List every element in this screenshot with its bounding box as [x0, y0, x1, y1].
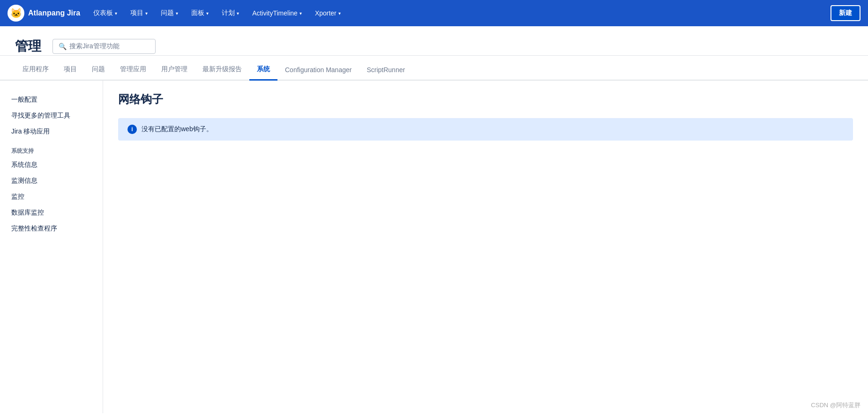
top-navigation: 🐱 Atlanpang Jira 仪表板 ▾ 项目 ▾ 问题 ▾ 面板 ▾ 计划…: [0, 0, 868, 26]
tab-manage-apps[interactable]: 管理应用: [112, 60, 154, 81]
sidebar-item-db-monitor[interactable]: 数据库监控: [0, 205, 103, 221]
sidebar: 一般配置 寻找更多的管理工具 Jira 移动应用 系统支持 系统信息 监测信息 …: [0, 81, 103, 413]
logo-text: Atlanpang Jira: [28, 9, 80, 17]
sidebar-item-system-info[interactable]: 系统信息: [0, 157, 103, 173]
search-icon: 🔍: [59, 43, 67, 50]
admin-title: 管理: [15, 37, 41, 55]
chevron-down-icon: ▾: [115, 11, 117, 16]
tab-issues[interactable]: 问题: [84, 60, 112, 81]
info-banner: i 没有已配置的web钩子。: [118, 118, 853, 141]
nav-item-plan[interactable]: 计划 ▾: [216, 5, 245, 21]
admin-search[interactable]: 🔍 搜索Jira管理功能: [52, 39, 156, 54]
tab-projects[interactable]: 项目: [56, 60, 84, 81]
sidebar-item-more-tools[interactable]: 寻找更多的管理工具: [0, 108, 103, 124]
nav-logo[interactable]: 🐱 Atlanpang Jira: [7, 5, 80, 22]
chevron-down-icon: ▾: [237, 11, 239, 16]
watermark: CSDN @阿特蓝胖: [811, 401, 861, 410]
chevron-down-icon: ▾: [145, 11, 148, 16]
nav-item-xporter[interactable]: Xporter ▾: [309, 6, 346, 21]
page-title: 网络钩子: [118, 92, 853, 107]
tab-upgrade-report[interactable]: 最新升级报告: [195, 60, 249, 81]
chevron-down-icon: ▾: [338, 11, 341, 16]
admin-header: 管理 🔍 搜索Jira管理功能: [0, 26, 868, 56]
nav-item-project[interactable]: 项目 ▾: [125, 5, 153, 21]
info-icon: i: [127, 125, 137, 134]
nav-item-board[interactable]: 面板 ▾: [186, 5, 214, 21]
search-placeholder: 搜索Jira管理功能: [69, 42, 120, 51]
chevron-down-icon: ▾: [176, 11, 178, 16]
sidebar-item-general-config[interactable]: 一般配置: [0, 92, 103, 108]
new-button[interactable]: 新建: [831, 5, 861, 21]
main-content: 网络钩子 i 没有已配置的web钩子。: [103, 81, 868, 413]
nav-item-activitytimeline[interactable]: ActivityTimeline ▾: [247, 6, 307, 21]
sidebar-section-system-support: 系统支持: [0, 140, 103, 157]
sidebar-item-integrity-check[interactable]: 完整性检查程序: [0, 221, 103, 237]
sidebar-item-monitor[interactable]: 监控: [0, 189, 103, 205]
tab-configuration-manager[interactable]: Configuration Manager: [277, 60, 359, 81]
tab-system[interactable]: 系统: [249, 60, 277, 81]
nav-item-dashboard[interactable]: 仪表板 ▾: [88, 5, 123, 21]
tab-user-management[interactable]: 用户管理: [154, 60, 195, 81]
sidebar-item-mobile-app[interactable]: Jira 移动应用: [0, 124, 103, 140]
logo-icon: 🐱: [7, 5, 24, 22]
tab-scriptrunner[interactable]: ScriptRunner: [359, 60, 412, 81]
sidebar-item-monitoring-info[interactable]: 监测信息: [0, 173, 103, 189]
nav-item-issue[interactable]: 问题 ▾: [155, 5, 184, 21]
chevron-down-icon: ▾: [206, 11, 209, 16]
info-message: 没有已配置的web钩子。: [142, 125, 213, 134]
content-layout: 一般配置 寻找更多的管理工具 Jira 移动应用 系统支持 系统信息 监测信息 …: [0, 81, 868, 413]
tabs-row: 应用程序 项目 问题 管理应用 用户管理 最新升级报告 系统 Configura…: [0, 60, 868, 81]
chevron-down-icon: ▾: [299, 11, 302, 16]
tab-applications[interactable]: 应用程序: [15, 60, 56, 81]
